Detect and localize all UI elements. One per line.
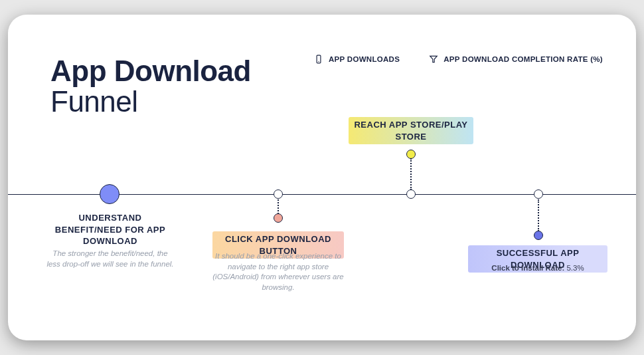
stage-1-node (100, 184, 120, 204)
metric-label: APP DOWNLOAD COMPLETION RATE (%) (443, 55, 603, 63)
stage-2-subnode (274, 213, 283, 223)
metric-app-downloads: APP DOWNLOADS (314, 55, 400, 64)
stage-1-title: UNDERSTAND BENEFIT/NEED FOR APP DOWNLOAD (46, 210, 174, 249)
stage-1-desc: The stronger the benefit/need, the less … (46, 249, 174, 269)
rate-value: 5.3% (566, 264, 584, 272)
title-bold: App Download (50, 56, 251, 86)
stage-4-rate: Click to Install Rate: 5.3% (468, 263, 607, 274)
stage-3-node (406, 189, 416, 199)
stage-4-connector (538, 199, 539, 231)
metric-label: APP DOWNLOADS (329, 55, 400, 63)
metrics-row: APP DOWNLOADS APP DOWNLOAD COMPLETION RA… (314, 55, 603, 64)
stage-4-node (534, 189, 543, 199)
title-light: Funnel (50, 86, 251, 117)
stage-2-connector (278, 199, 279, 214)
stage-3-connector (410, 158, 412, 190)
stage-3-subnode (406, 150, 416, 159)
stage-4-subnode (534, 231, 543, 240)
metric-completion-rate: APP DOWNLOAD COMPLETION RATE (%) (429, 55, 603, 64)
svg-rect-0 (317, 55, 321, 63)
stage-2-desc: It should be a one-click experience to n… (212, 251, 344, 293)
phone-icon (314, 55, 323, 64)
funnel-icon (429, 55, 438, 64)
svg-marker-2 (430, 56, 438, 62)
stage-3-title: REACH APP STORE/PLAY STORE (349, 117, 473, 144)
funnel-card: App Download Funnel APP DOWNLOADS APP DO… (8, 15, 636, 340)
stage-2-node (274, 189, 283, 199)
rate-label: Click to Install Rate: (491, 264, 566, 272)
title-block: App Download Funnel (50, 56, 251, 117)
